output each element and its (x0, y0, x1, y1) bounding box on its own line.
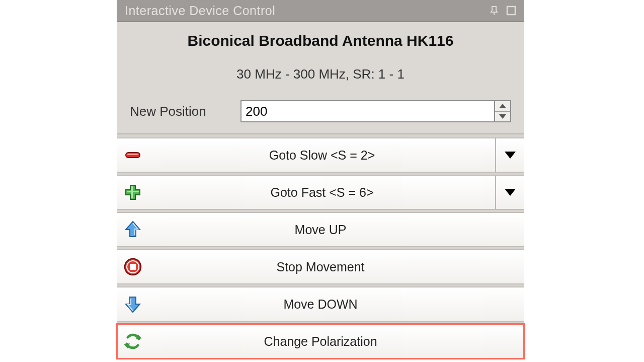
svg-rect-4 (127, 154, 138, 155)
position-label: New Position (130, 104, 240, 119)
window-controls (489, 6, 516, 16)
refresh-icon (117, 331, 149, 351)
maximize-icon[interactable] (506, 6, 516, 16)
arrow-down-icon (117, 294, 149, 314)
stop-movement-button[interactable]: Stop Movement (117, 249, 524, 284)
titlebar: Interactive Device Control (117, 0, 524, 22)
svg-rect-11 (130, 264, 136, 270)
position-row: New Position (127, 100, 514, 127)
device-range: 30 MHz - 300 MHz, SR: 1 - 1 (127, 66, 514, 82)
minus-icon (117, 145, 149, 165)
svg-marker-1 (499, 104, 506, 108)
device-control-panel: Interactive Device Control Biconical Bro… (117, 0, 524, 359)
pin-icon[interactable] (489, 6, 499, 16)
plus-icon (117, 182, 149, 202)
stop-movement-label: Stop Movement (149, 260, 524, 274)
position-spinner (494, 100, 511, 122)
move-down-button[interactable]: Move DOWN (117, 286, 524, 322)
goto-slow-label: Goto Slow <S = 2> (149, 148, 495, 163)
change-polarization-button[interactable]: Change Polarization (117, 324, 524, 359)
move-up-label: Move UP (149, 223, 524, 237)
device-name: Biconical Broadband Antenna HK116 (127, 32, 514, 49)
svg-rect-0 (507, 7, 515, 15)
command-button-list: Goto Slow <S = 2> Goto Fast <S = 6> (117, 134, 524, 359)
stop-icon (117, 257, 149, 277)
spinner-down-button[interactable] (495, 111, 510, 122)
arrow-up-icon (117, 220, 149, 240)
window-title: Interactive Device Control (125, 4, 489, 18)
goto-fast-label: Goto Fast <S = 6> (149, 185, 495, 200)
change-polarization-label: Change Polarization (149, 334, 524, 349)
goto-slow-button[interactable]: Goto Slow <S = 2> (117, 137, 524, 173)
position-input[interactable] (240, 100, 494, 122)
move-up-button[interactable]: Move UP (117, 212, 524, 247)
move-down-label: Move DOWN (149, 297, 524, 312)
svg-rect-7 (127, 191, 139, 192)
goto-fast-button[interactable]: Goto Fast <S = 6> (117, 175, 524, 210)
header-area: Biconical Broadband Antenna HK116 30 MHz… (117, 22, 524, 134)
spinner-up-button[interactable] (495, 101, 510, 111)
goto-slow-dropdown[interactable] (495, 138, 524, 172)
position-field (240, 100, 511, 122)
goto-fast-dropdown[interactable] (495, 176, 524, 209)
svg-marker-8 (505, 189, 516, 196)
svg-marker-5 (505, 152, 516, 159)
svg-marker-2 (499, 114, 506, 119)
